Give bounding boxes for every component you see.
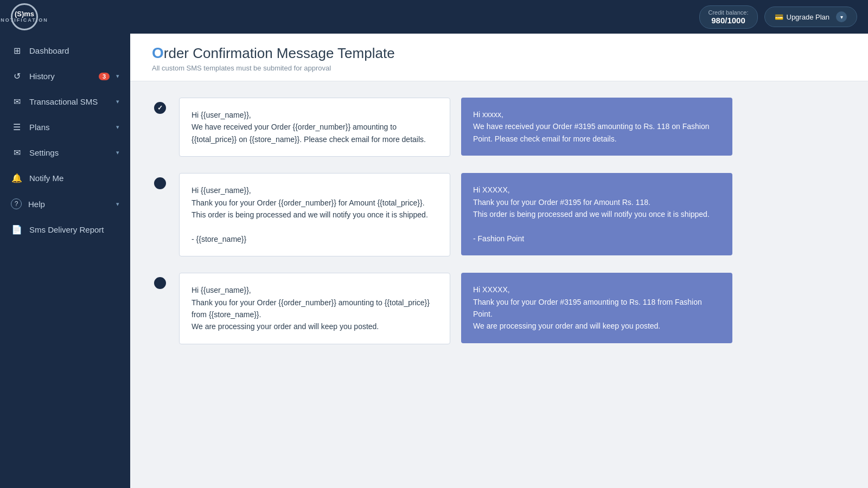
title-first-letter: O [152,44,164,62]
logo-icon: (S)ms NOTIFICATION [11,3,38,30]
chevron-icon: ▾ [116,124,119,131]
template-row: Hi {{user_name}}, We have received your … [152,98,846,157]
sidebar-label-notify: Notify Me [29,174,119,183]
preview-text-2: Hi XXXXX, Thank you for your Order #3195… [461,173,732,255]
sidebar: ⊞ Dashboard ↺ History 3 ▾ ✉ Transactiona… [0,34,130,488]
main-content: Order Confirmation Message Template All … [130,34,868,488]
template-row: Hi {{user_name}}, Thank you for your Ord… [152,173,846,256]
sidebar-item-dashboard[interactable]: ⊞ Dashboard [0,38,130,63]
preview-text-1: Hi xxxxx, We have received your Order #3… [461,98,732,156]
sidebar-item-history[interactable]: ↺ History 3 ▾ [0,63,130,89]
header: (S)ms NOTIFICATION Credit balance: 980/1… [0,0,868,34]
page-subtitle: All custom SMS templates must be submite… [152,64,846,72]
chevron-icon: ▾ [116,73,119,80]
help-icon: ? [11,198,22,209]
sidebar-label-delivery: Sms Delivery Report [29,225,119,234]
history-icon: ↺ [11,71,23,81]
upgrade-label: Upgrade Plan [787,13,830,21]
template-row: Hi {{user_name}}, Thank you for your Ord… [152,273,846,344]
plans-icon: ☰ [11,122,23,132]
sidebar-item-sms-delivery[interactable]: 📄 Sms Delivery Report [0,217,130,242]
credit-label: Credit balance: [709,9,749,16]
page-title: Order Confirmation Message Template [152,44,846,62]
template-text-2[interactable]: Hi {{user_name}}, Thank you for your Ord… [179,173,450,256]
sidebar-item-plans[interactable]: ☰ Plans ▾ [0,114,130,140]
sidebar-label-dashboard: Dashboard [29,46,119,55]
sidebar-label-settings: Settings [29,148,110,157]
credit-badge: Credit balance: 980/1000 [699,5,758,29]
radio-button-2[interactable] [154,177,166,189]
logo-area: (S)ms NOTIFICATION [11,3,38,30]
card-icon: 💳 [775,13,783,21]
upgrade-button[interactable]: 💳 Upgrade Plan ▾ [764,7,858,27]
template-preview-1: Hi xxxxx, We have received your Order #3… [461,98,732,156]
template-preview-3: Hi XXXXX, Thank you for your Order #3195… [461,273,732,343]
sidebar-label-transactional: Transactional SMS [29,97,110,106]
delivery-icon: 📄 [11,224,23,235]
sidebar-label-help: Help [28,200,110,209]
radio-col [152,173,168,189]
template-left-2: Hi {{user_name}}, Thank you for your Ord… [179,173,450,256]
notify-icon: 🔔 [11,173,23,183]
radio-col [152,98,168,114]
template-text-1[interactable]: Hi {{user_name}}, We have received your … [179,98,450,157]
template-left-3: Hi {{user_name}}, Thank you for your Ord… [179,273,450,344]
title-rest: rder Confirmation Message Template [164,45,395,62]
sidebar-label-plans: Plans [29,123,110,132]
main-header: Order Confirmation Message Template All … [130,34,868,81]
settings-icon: ✉ [11,147,23,158]
template-preview-2: Hi XXXXX, Thank you for your Order #3195… [461,173,732,255]
radio-col [152,273,168,289]
sidebar-item-settings[interactable]: ✉ Settings ▾ [0,140,130,165]
sidebar-item-notify-me[interactable]: 🔔 Notify Me [0,165,130,191]
radio-button-3[interactable] [154,277,166,289]
app-body: ⊞ Dashboard ↺ History 3 ▾ ✉ Transactiona… [0,34,868,488]
chevron-icon: ▾ [116,201,119,208]
dashboard-icon: ⊞ [11,46,23,56]
radio-button-1[interactable] [154,102,166,114]
chevron-down-icon: ▾ [836,11,847,22]
chevron-icon: ▾ [116,149,119,156]
sidebar-item-help[interactable]: ? Help ▾ [0,191,130,217]
preview-text-3: Hi XXXXX, Thank you for your Order #3195… [461,273,732,343]
template-left-1: Hi {{user_name}}, We have received your … [179,98,450,157]
credit-value: 980/1000 [709,16,749,25]
templates-area: Hi {{user_name}}, We have received your … [130,81,868,361]
transactional-icon: ✉ [11,97,23,107]
history-badge: 3 [99,73,110,80]
sidebar-label-history: History [29,72,92,81]
template-text-3[interactable]: Hi {{user_name}}, Thank you for your Ord… [179,273,450,344]
chevron-icon: ▾ [116,98,119,105]
header-right: Credit balance: 980/1000 💳 Upgrade Plan … [699,5,858,29]
sidebar-item-transactional-sms[interactable]: ✉ Transactional SMS ▾ [0,89,130,114]
